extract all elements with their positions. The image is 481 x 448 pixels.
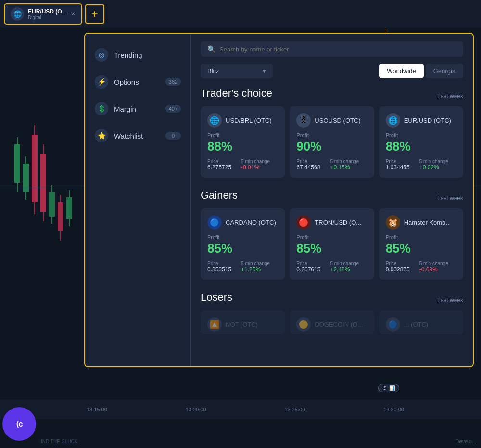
usdbrl-change-label: 5 min change — [241, 159, 270, 164]
timeline-label-3: 13:30:00 — [383, 407, 404, 412]
usousd-profit-value: 90% — [296, 139, 367, 154]
card-usousd[interactable]: 🛢 USOUSD (OTC) Profit 90% Price 67.44568… — [290, 106, 374, 178]
tron-change-label: 5 min change — [330, 261, 359, 266]
usdbrl-profit-value: 88% — [207, 139, 278, 154]
georgia-button[interactable]: Georgia — [426, 64, 463, 78]
tron-profit-value: 85% — [296, 241, 367, 256]
card-header-usdbrl: 🌐 USD/BRL (OTC) — [207, 113, 278, 128]
usousd-price-group: Price 67.44568 — [296, 159, 320, 171]
tron-change-group: 5 min change +2.42% — [330, 261, 359, 273]
card-cardano[interactable]: 🔵 CARDANO (OTC) Profit 85% Price 0.85351… — [201, 208, 285, 280]
svg-rect-0 — [14, 144, 20, 183]
search-bar: 🔍 — [201, 41, 463, 57]
usdbrl-price-label: Price — [207, 159, 231, 164]
cardano-change-label: 5 min change — [241, 261, 270, 266]
hamster-change-label: 5 min change — [419, 261, 448, 266]
eurusd-details: Price 1.034455 5 min change +0.02% — [386, 159, 456, 171]
eurusd-price-label: Price — [386, 159, 410, 164]
svg-text:⟨c: ⟨c — [16, 420, 23, 428]
losers-grid: 🔼 NOT (OTC) 🟡 DOGECOIN (O... 🔵 ... (OTC) — [201, 310, 463, 334]
clock-icon: ⏱ — [382, 385, 387, 391]
developer-text: Develo... — [456, 438, 476, 444]
watchlist-badge: 0 — [165, 132, 181, 140]
worldwide-button[interactable]: Worldwide — [379, 64, 423, 78]
traders-choice-period: Last week — [437, 93, 463, 100]
cardano-name: CARDANO (OTC) — [226, 219, 276, 226]
card-header-loser-2: 🟡 DOGECOIN (O... — [296, 317, 367, 332]
blitz-dropdown[interactable]: Blitz ▾ — [201, 64, 273, 78]
svg-rect-6 — [32, 135, 38, 202]
usousd-price-label: Price — [296, 159, 320, 164]
timeline-label-1: 13:20:00 — [186, 407, 206, 412]
usousd-name: USOUSD (OTC) — [315, 117, 360, 124]
price-badge-value: 📊 — [389, 385, 395, 391]
sidebar-item-options[interactable]: ⚡ Options 362 — [85, 68, 190, 95]
usousd-change-value: +0.15% — [330, 164, 359, 171]
logo-container: ⟨c — [2, 407, 41, 446]
add-tab-button[interactable]: + — [85, 4, 104, 24]
traders-choice-grid: 🌐 USD/BRL (OTC) Profit 88% Price 6.27572… — [201, 106, 463, 178]
hamster-profit-label: Profit — [386, 234, 456, 240]
card-loser-2[interactable]: 🟡 DOGECOIN (O... — [290, 310, 374, 334]
tab-subtitle: Digital — [28, 15, 67, 20]
search-input[interactable] — [219, 46, 456, 53]
eurusd-change-value: +0.02% — [419, 164, 448, 171]
hamster-price-label: Price — [386, 261, 410, 266]
eurusd-price-group: Price 1.034455 — [386, 159, 410, 171]
traders-choice-header: Trader's choice Last week — [201, 87, 463, 100]
svg-rect-3 — [23, 164, 29, 192]
sidebar-label-margin: Margin — [114, 105, 136, 113]
usousd-icon: 🛢 — [296, 113, 311, 128]
sidebar-item-margin[interactable]: 💲 Margin 407 — [85, 95, 190, 122]
bottom-bar: ⟨c IND THE CLUCK Develo... — [0, 419, 481, 448]
eurusd-profit-label: Profit — [386, 132, 456, 138]
card-header-eurusd: 🌐 EUR/USD (OTC) — [386, 113, 456, 128]
usdbrl-price-group: Price 6.275725 — [207, 159, 231, 171]
main-panel: ◎ Trending ⚡ Options 362 💲 Margin 407 ⭐ … — [84, 33, 474, 367]
hamster-price-value: 0.002875 — [386, 266, 410, 273]
cardano-change-group: 5 min change +1.25% — [241, 261, 270, 273]
dropdown-label: Blitz — [207, 67, 219, 75]
card-header-usousd: 🛢 USOUSD (OTC) — [296, 113, 367, 128]
usousd-profit-label: Profit — [296, 132, 367, 138]
sidebar-label-watchlist: Watchlist — [114, 132, 143, 140]
card-loser-1[interactable]: 🔼 NOT (OTC) — [201, 310, 285, 334]
gainers-header: Gainers Last week — [201, 189, 463, 202]
usdbrl-details: Price 6.275725 5 min change -0.01% — [207, 159, 278, 171]
card-usdbrl[interactable]: 🌐 USD/BRL (OTC) Profit 88% Price 6.27572… — [201, 106, 285, 178]
watchlist-icon: ⭐ — [95, 129, 108, 142]
eurusd-name: EUR/USD (OTC) — [404, 117, 451, 124]
top-bar: 🌐 EUR/USD (O... Digital ✕ + — [0, 0, 481, 28]
losers-title: Losers — [201, 291, 232, 304]
card-header-loser-3: 🔵 ... (OTC) — [386, 317, 456, 332]
cardano-details: Price 0.853515 5 min change +1.25% — [207, 261, 278, 273]
tron-profit-label: Profit — [296, 234, 367, 240]
losers-header: Losers Last week — [201, 291, 463, 304]
options-badge: 362 — [165, 78, 181, 86]
usdbrl-change-value: -0.01% — [241, 164, 270, 171]
sidebar-item-trending[interactable]: ◎ Trending — [85, 41, 190, 68]
sidebar-item-watchlist[interactable]: ⭐ Watchlist 0 — [85, 122, 190, 149]
card-header-loser-1: 🔼 NOT (OTC) — [207, 317, 278, 332]
current-price-badge: ⏱ 📊 — [378, 384, 399, 392]
timeline: 13:15:00 13:20:00 13:25:00 13:30:00 — [0, 400, 481, 419]
trending-icon: ◎ — [95, 48, 108, 62]
tron-details: Price 0.267615 5 min change +2.42% — [296, 261, 367, 273]
tab-close-icon[interactable]: ✕ — [71, 11, 76, 17]
region-filter-group: Worldwide Georgia — [379, 64, 463, 78]
margin-icon: 💲 — [95, 102, 108, 115]
card-loser-3[interactable]: 🔵 ... (OTC) — [379, 310, 463, 334]
loser1-icon: 🔼 — [207, 317, 222, 332]
hamster-icon: 🐹 — [386, 215, 400, 230]
usdbrl-profit-label: Profit — [207, 132, 278, 138]
usousd-details: Price 67.44568 5 min change +0.15% — [296, 159, 367, 171]
card-hamster[interactable]: 🐹 Hamster Komb... Profit 85% Price 0.002… — [379, 208, 463, 280]
card-eurusd[interactable]: 🌐 EUR/USD (OTC) Profit 88% Price 1.03445… — [379, 106, 463, 178]
card-tron[interactable]: 🔴 TRON/USD (O... Profit 85% Price 0.2676… — [290, 208, 374, 280]
chevron-down-icon: ▾ — [263, 67, 266, 75]
gainers-title: Gainers — [201, 189, 238, 202]
content-area: 🔍 Blitz ▾ Worldwide Georgia Trader's cho… — [191, 34, 473, 366]
active-tab[interactable]: 🌐 EUR/USD (O... Digital ✕ — [4, 3, 82, 25]
eurusd-change-label: 5 min change — [419, 159, 448, 164]
logo-icon: ⟨c — [2, 407, 36, 441]
